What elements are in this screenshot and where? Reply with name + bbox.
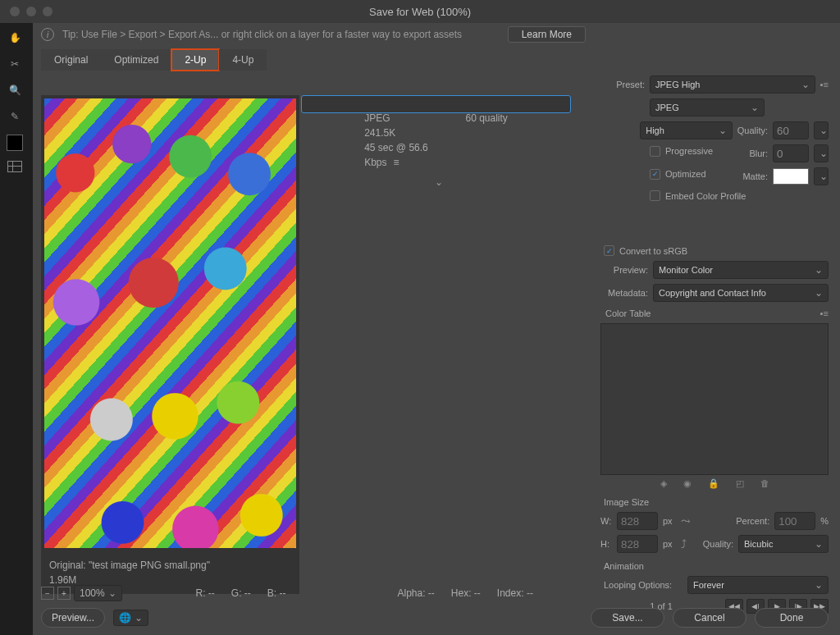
tip-bar: i Tip: Use File > Export > Export As... … [33,23,840,46]
tab-4up[interactable]: 4-Up [219,49,267,71]
minimize-window-icon[interactable] [26,7,36,16]
color-table-icons: ◈ ◉ 🔒 ◰ 🗑 [600,478,829,489]
main-panel: i Tip: Use File > Export > Export As... … [33,23,840,635]
blur-label: Blur: [749,148,768,158]
original-filename: Original: "test image PNG small.png" [49,558,291,573]
quality-slider-icon[interactable] [814,121,829,139]
preview-area: Original: "test image PNG small.png" 1.9… [41,95,571,594]
color-swatch[interactable] [7,135,23,151]
looping-select[interactable]: Forever [687,576,829,594]
info-icon: i [41,28,54,41]
titlebar: Save for Web (100%) [0,0,840,23]
link-icon[interactable]: ⤳ [678,514,694,528]
percent-label: Percent: [736,516,769,526]
color-table-menu-icon[interactable]: ▪≡ [820,308,829,318]
blur-slider-icon[interactable] [814,144,829,162]
preview-label: Preview: [600,265,648,275]
px-label-2: px [663,539,673,549]
optimized-checkbox[interactable] [650,169,660,180]
preset-label: Preset: [600,80,645,89]
tab-original[interactable]: Original [41,49,101,71]
quality-preset-select[interactable]: High [640,121,732,139]
convert-srgb-checkbox[interactable] [604,245,614,256]
window-controls [0,7,52,16]
ct-new-icon[interactable]: ◰ [736,478,744,489]
pct-label: % [820,516,829,526]
b-value: B: -- [267,587,286,599]
g-value: G: -- [231,587,251,599]
metadata-label: Metadata: [600,288,648,298]
preview-select[interactable]: Monitor Color [653,261,829,279]
matte-menu-icon[interactable] [814,167,829,185]
looping-label: Looping Options: [604,580,682,590]
index-value: Index: -- [497,587,533,599]
view-tabs: Original Optimized 2-Up 4-Up [41,49,840,71]
window-title: Save for Web (100%) [369,6,471,18]
footer: Preview... 🌐 Save... Cancel Done [41,605,829,630]
preset-select[interactable]: JPEG High [650,75,815,94]
preview-button[interactable]: Preview... [41,608,105,628]
px-label: px [663,516,673,526]
slice-tool-icon[interactable]: ✂ [7,56,23,72]
hand-tool-icon[interactable]: ✋ [7,30,23,46]
convert-srgb-label: Convert to sRGB [619,246,687,256]
height-input[interactable] [617,535,658,553]
r-value: R: -- [196,587,215,599]
save-button[interactable]: Save... [591,608,664,628]
eyedropper-tool-icon[interactable]: ✎ [7,108,23,125]
embed-profile-label: Embed Color Profile [665,191,746,201]
height-label: H: [600,539,612,549]
progressive-label: Progressive [665,146,713,156]
done-button[interactable]: Done [755,608,829,628]
original-pane[interactable]: Original: "test image PNG small.png" 1.9… [41,95,299,594]
image-size-label: Image Size [604,497,829,507]
optimized-info: JPEG 241.5K 45 sec @ 56.6 Kbps≡ 60 quali… [356,104,516,176]
tab-optimized[interactable]: Optimized [101,49,171,71]
width-input[interactable] [617,512,658,530]
width-label: W: [600,516,612,526]
animation-label: Animation [604,561,829,571]
matte-swatch[interactable] [773,168,809,185]
link-icon-2[interactable]: ⤴ [678,537,690,550]
quality-label: Quality: [737,126,768,135]
progressive-checkbox[interactable] [650,146,660,157]
zoom-tool-icon[interactable]: 🔍 [7,82,23,98]
zoom-out-button[interactable]: − [41,587,54,600]
settings-panel: Preset: JPEG High ▪≡ JPEG High Quality: … [589,69,840,635]
blur-input[interactable] [773,144,809,162]
original-image [44,98,296,548]
color-table [600,323,829,475]
zoom-in-button[interactable]: + [57,587,71,600]
ct-shift-icon[interactable]: ◉ [683,478,692,489]
format-select[interactable]: JPEG [650,98,765,116]
percent-input[interactable] [774,512,815,530]
hex-value: Hex: -- [451,587,481,599]
ct-lock-icon[interactable]: 🔒 [708,478,719,489]
tab-2up[interactable]: 2-Up [171,49,219,71]
optimized-quality: 60 quality [436,111,508,126]
cancel-button[interactable]: Cancel [673,608,746,628]
zoom-select[interactable]: 100% [74,585,122,601]
learn-more-button[interactable]: Learn More [508,26,586,43]
browser-select[interactable]: 🌐 [113,610,148,626]
metadata-select[interactable]: Copyright and Contact Info [653,284,829,302]
status-bar: − + 100% R: -- G: -- B: -- Alpha: -- Hex… [41,582,571,604]
optimized-filesize: 241.5K [364,126,436,140]
tip-text: Tip: Use File > Export > Export As... or… [62,29,462,40]
slice-visibility-icon[interactable] [7,161,22,172]
ct-snap-icon[interactable]: ◈ [660,478,667,489]
tool-sidebar: ✋ ✂ 🔍 ✎ [0,23,30,187]
quality-input[interactable] [773,121,809,139]
resample-select[interactable]: Bicubic [738,535,829,553]
zoom-window-icon[interactable] [43,7,52,16]
optimized-pane[interactable]: JPEG 241.5K 45 sec @ 56.6 Kbps≡ 60 quali… [301,95,571,113]
speed-menu-icon[interactable]: ≡ [387,157,399,168]
ct-trash-icon[interactable]: 🗑 [760,478,769,489]
color-table-label: Color Table [605,308,651,318]
optimized-label: Optimized [665,169,706,179]
close-window-icon[interactable] [10,7,20,16]
preset-menu-icon[interactable]: ▪≡ [820,80,829,89]
embed-profile-checkbox[interactable] [650,190,660,201]
matte-label: Matte: [742,171,768,181]
optimized-format: JPEG [364,111,436,126]
